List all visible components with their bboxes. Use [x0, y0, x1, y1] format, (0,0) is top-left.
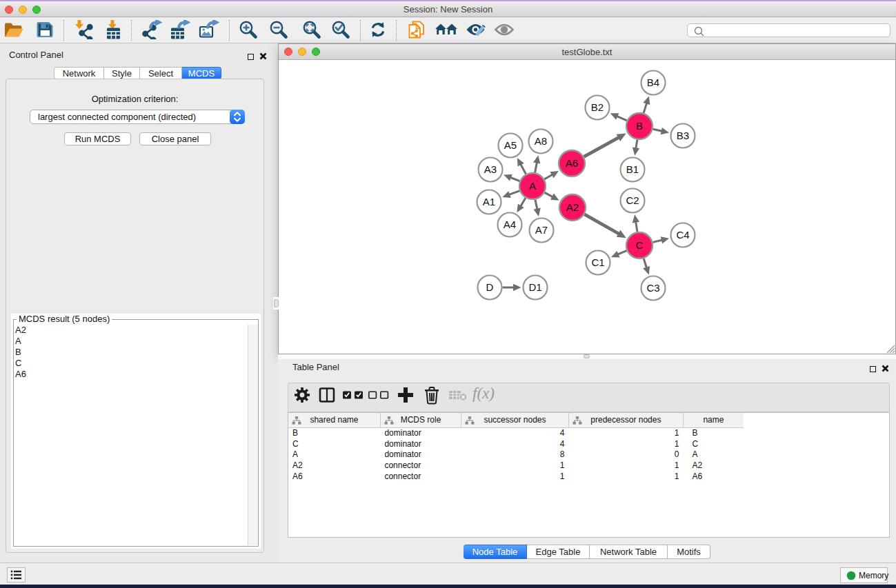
svg-text:B4: B4 [647, 77, 659, 88]
svg-text:A7: A7 [535, 224, 548, 236]
svg-text:A: A [529, 180, 536, 192]
svg-text:A5: A5 [504, 139, 517, 151]
svg-text:B3: B3 [677, 130, 689, 141]
svg-text:A6: A6 [566, 157, 578, 169]
svg-text:C3: C3 [646, 282, 659, 294]
svg-text:D: D [486, 281, 494, 293]
svg-text:B1: B1 [626, 163, 639, 175]
svg-text:C2: C2 [626, 194, 639, 206]
svg-text:D1: D1 [528, 281, 541, 293]
svg-text:C1: C1 [591, 256, 604, 268]
svg-text:B: B [636, 120, 643, 132]
svg-text:B2: B2 [591, 101, 604, 113]
svg-text:C: C [636, 239, 644, 251]
svg-text:A2: A2 [566, 201, 579, 213]
svg-text:A3: A3 [484, 163, 497, 175]
svg-text:C4: C4 [676, 229, 689, 241]
svg-text:A4: A4 [504, 219, 516, 230]
svg-text:A8: A8 [535, 135, 547, 147]
svg-text:A1: A1 [483, 196, 495, 207]
